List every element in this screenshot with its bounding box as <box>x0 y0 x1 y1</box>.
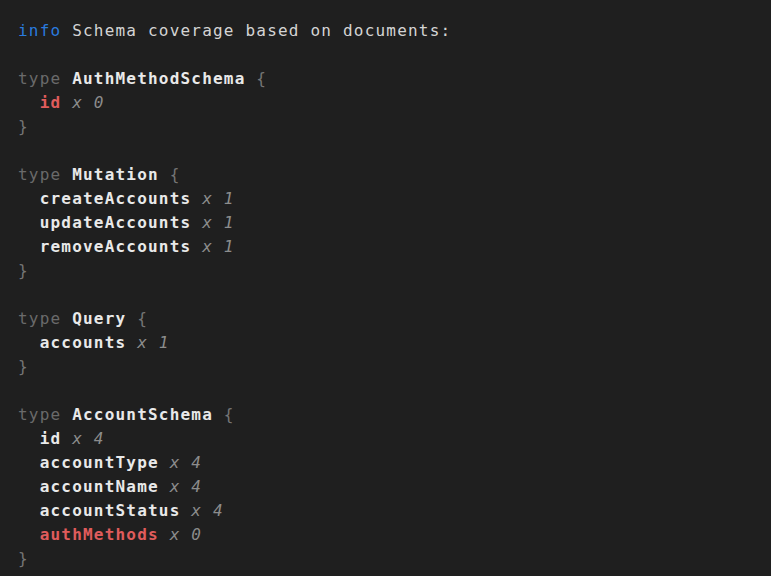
blank-line <box>18 139 763 163</box>
coverage-blocks: type AuthMethodSchema { id x 0}type Muta… <box>18 43 763 571</box>
header-message: Schema coverage based on documents: <box>72 21 451 40</box>
field-hit-count: x 4 <box>191 501 224 520</box>
space <box>61 21 72 40</box>
type-keyword: type <box>18 309 61 328</box>
field-line: removeAccounts x 1 <box>18 235 763 259</box>
close-brace: } <box>18 549 29 568</box>
open-brace: { <box>256 69 267 88</box>
field-line: id x 4 <box>18 427 763 451</box>
field-hit-count: x 4 <box>72 429 105 448</box>
field-hit-count: x 4 <box>170 453 203 472</box>
type-block: type AuthMethodSchema { id x 0} <box>18 67 763 139</box>
open-brace: { <box>137 309 148 328</box>
field-line: authMethods x 0 <box>18 523 763 547</box>
type-name: AuthMethodSchema <box>72 69 245 88</box>
type-declaration-line: type AuthMethodSchema { <box>18 67 763 91</box>
field-line: createAccounts x 1 <box>18 187 763 211</box>
field-name: id <box>40 429 62 448</box>
field-name: updateAccounts <box>40 213 192 232</box>
field-hit-count: x 4 <box>170 477 203 496</box>
blank-line <box>18 379 763 403</box>
type-keyword: type <box>18 405 61 424</box>
type-name: Query <box>72 309 126 328</box>
field-name: accountName <box>40 477 159 496</box>
field-line: accountName x 4 <box>18 475 763 499</box>
field-name: removeAccounts <box>40 237 192 256</box>
type-block: type Mutation { createAccounts x 1 updat… <box>18 163 763 283</box>
field-name: id <box>40 93 62 112</box>
type-keyword: type <box>18 165 61 184</box>
type-declaration-line: type Mutation { <box>18 163 763 187</box>
field-name: accountStatus <box>40 501 181 520</box>
field-name: accounts <box>40 333 127 352</box>
type-name: AccountSchema <box>72 405 213 424</box>
field-line: accountStatus x 4 <box>18 499 763 523</box>
field-hit-count: x 1 <box>202 237 235 256</box>
field-name: accountType <box>40 453 159 472</box>
closing-brace-line: } <box>18 259 763 283</box>
header-line: info Schema coverage based on documents: <box>18 19 763 43</box>
info-level-label: info <box>18 21 61 40</box>
blank-line <box>18 43 763 67</box>
open-brace: { <box>224 405 235 424</box>
field-hit-count: x 1 <box>202 213 235 232</box>
field-name: createAccounts <box>40 189 192 208</box>
type-block: type AccountSchema { id x 4 accountType … <box>18 403 763 571</box>
close-brace: } <box>18 117 29 136</box>
closing-brace-line: } <box>18 115 763 139</box>
type-declaration-line: type Query { <box>18 307 763 331</box>
field-name: authMethods <box>40 525 159 544</box>
type-name: Mutation <box>72 165 159 184</box>
type-declaration-line: type AccountSchema { <box>18 403 763 427</box>
field-line: updateAccounts x 1 <box>18 211 763 235</box>
close-brace: } <box>18 357 29 376</box>
field-hit-count: x 0 <box>72 93 105 112</box>
field-hit-count: x 0 <box>170 525 203 544</box>
closing-brace-line: } <box>18 547 763 571</box>
field-line: accounts x 1 <box>18 331 763 355</box>
blank-line <box>18 283 763 307</box>
field-line: id x 0 <box>18 91 763 115</box>
field-hit-count: x 1 <box>137 333 170 352</box>
field-hit-count: x 1 <box>202 189 235 208</box>
open-brace: { <box>170 165 181 184</box>
close-brace: } <box>18 261 29 280</box>
type-block: type Query { accounts x 1} <box>18 307 763 379</box>
terminal-output: info Schema coverage based on documents:… <box>0 0 771 576</box>
closing-brace-line: } <box>18 355 763 379</box>
type-keyword: type <box>18 69 61 88</box>
field-line: accountType x 4 <box>18 451 763 475</box>
